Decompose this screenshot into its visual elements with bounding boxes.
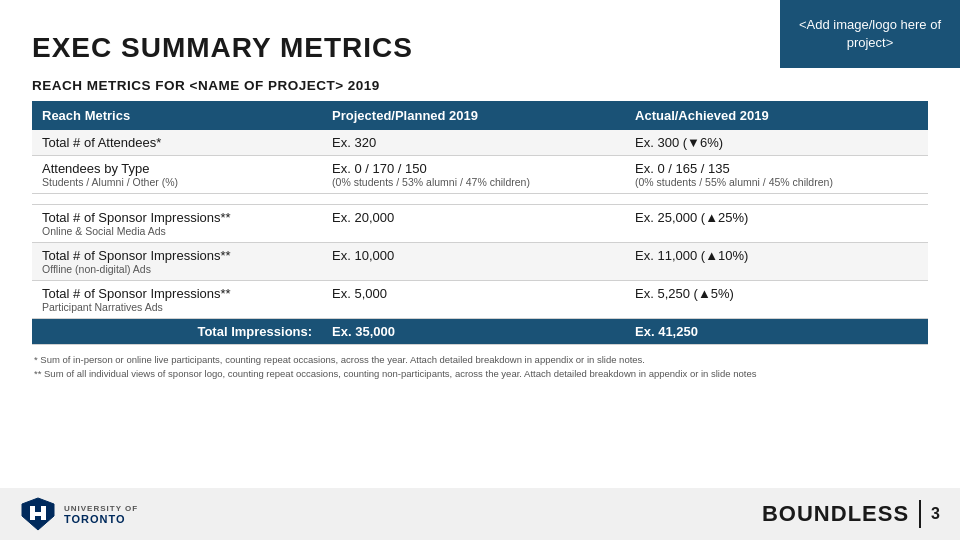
total-projected: Ex. 35,000	[322, 319, 625, 345]
logo-divider	[919, 500, 921, 528]
metric-cell: Total # of Sponsor Impressions**Particip…	[32, 281, 322, 319]
footnotes: * Sum of in-person or online live partic…	[32, 353, 928, 382]
projected-cell: Ex. 5,000	[322, 281, 625, 319]
table-row: Total # of Sponsor Impressions**Offline …	[32, 243, 928, 281]
actual-cell: Ex. 25,000 (▲25%)	[625, 205, 928, 243]
uoft-logo: UNIVERSITY OF TORONTO	[20, 496, 138, 532]
projected-cell: Ex. 320	[322, 130, 625, 156]
col-header-actual: Actual/Achieved 2019	[625, 101, 928, 130]
table-row: Total # of Sponsor Impressions**Particip…	[32, 281, 928, 319]
col-header-projected: Projected/Planned 2019	[322, 101, 625, 130]
metric-cell: Total # of Attendees*	[32, 130, 322, 156]
actual-cell: Ex. 5,250 (▲5%)	[625, 281, 928, 319]
image-placeholder: <Add image/logo here of project>	[780, 0, 960, 68]
svg-rect-3	[30, 512, 46, 516]
metric-cell: Total # of Sponsor Impressions**Offline …	[32, 243, 322, 281]
actual-cell: Ex. 300 (▼6%)	[625, 130, 928, 156]
separator-row	[32, 194, 928, 205]
section-heading: REACH METRICS FOR <NAME OF PROJECT> 2019	[32, 78, 928, 93]
col-header-metric: Reach Metrics	[32, 101, 322, 130]
table-header-row: Reach Metrics Projected/Planned 2019 Act…	[32, 101, 928, 130]
uoft-shield-icon	[20, 496, 56, 532]
boundless-text: BOUNDLESS	[762, 501, 909, 527]
actual-cell: Ex. 11,000 (▲10%)	[625, 243, 928, 281]
metrics-table: Reach Metrics Projected/Planned 2019 Act…	[32, 101, 928, 345]
page-number: 3	[931, 505, 940, 523]
projected-cell: Ex. 0 / 170 / 150(0% students / 53% alum…	[322, 156, 625, 194]
total-actual: Ex. 41,250	[625, 319, 928, 345]
total-row: Total Impressions: Ex. 35,000 Ex. 41,250	[32, 319, 928, 345]
footnote-2: ** Sum of all individual views of sponso…	[34, 367, 928, 381]
boundless-logo: BOUNDLESS 3	[762, 500, 940, 528]
projected-cell: Ex. 20,000	[322, 205, 625, 243]
projected-cell: Ex. 10,000	[322, 243, 625, 281]
total-label: Total Impressions:	[32, 319, 322, 345]
metric-cell: Total # of Sponsor Impressions**Online &…	[32, 205, 322, 243]
bottom-bar: UNIVERSITY OF TORONTO BOUNDLESS 3	[0, 488, 960, 540]
footnote-1: * Sum of in-person or online live partic…	[34, 353, 928, 367]
table-row: Attendees by TypeStudents / Alumni / Oth…	[32, 156, 928, 194]
table-row: Total # of Attendees*Ex. 320Ex. 300 (▼6%…	[32, 130, 928, 156]
actual-cell: Ex. 0 / 165 / 135(0% students / 55% alum…	[625, 156, 928, 194]
table-row: Total # of Sponsor Impressions**Online &…	[32, 205, 928, 243]
uoft-text: UNIVERSITY OF TORONTO	[64, 504, 138, 525]
placeholder-text: <Add image/logo here of project>	[788, 16, 952, 52]
metric-cell: Attendees by TypeStudents / Alumni / Oth…	[32, 156, 322, 194]
